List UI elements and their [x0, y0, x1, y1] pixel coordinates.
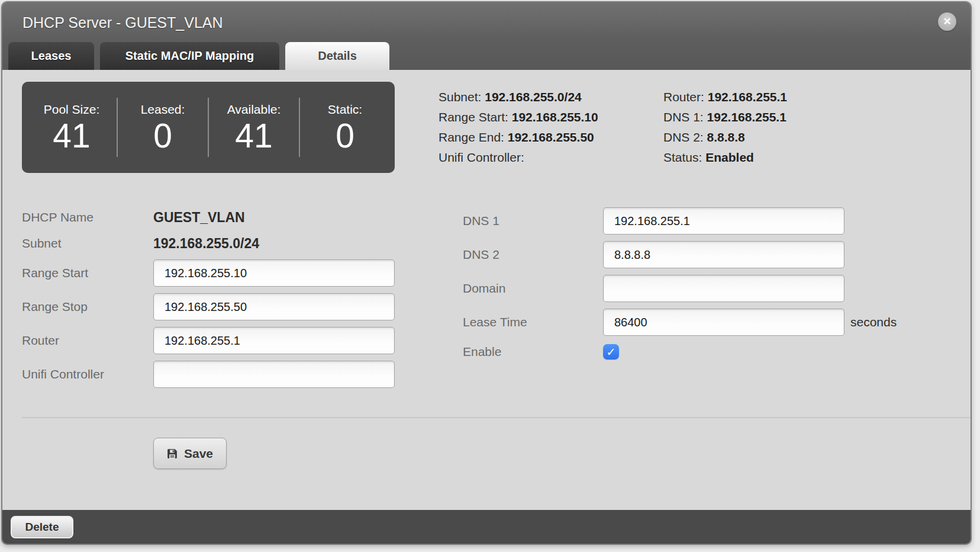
- save-row: Save: [22, 438, 951, 469]
- enable-label: Enable: [463, 345, 603, 359]
- dns2-row: DNS 2: [463, 241, 897, 268]
- summary-range-end: Range End: 192.168.255.50: [439, 127, 663, 147]
- lease-time-input[interactable]: [603, 309, 844, 336]
- pool-stats-panel: Pool Size: 41 Leased: 0 Available: 41 St…: [22, 82, 395, 173]
- summary-column-right: Router: 192.168.255.1 DNS 1: 192.168.255…: [663, 87, 787, 173]
- subnet-label: Subnet: [22, 236, 153, 251]
- checkbox-checked-icon: ✓: [607, 345, 616, 359]
- stat-pool-size-value: 41: [27, 119, 117, 153]
- lease-time-label: Lease Time: [463, 315, 603, 329]
- stat-pool-size-label: Pool Size:: [27, 102, 117, 117]
- summary-panel: Subnet: 192.168.255.0/24 Range Start: 19…: [439, 82, 787, 173]
- dialog-footer: Delete: [2, 510, 971, 544]
- summary-status: Status: Enabled: [663, 147, 787, 168]
- floppy-disk-icon: [167, 448, 178, 459]
- lease-time-row: Lease Time seconds: [463, 309, 897, 336]
- tab-details[interactable]: Details: [285, 42, 389, 70]
- summary-unifi-controller-label: Unifi Controller:: [439, 150, 524, 164]
- dhcp-form: DHCP Name GUEST_VLAN Subnet 192.168.255.…: [22, 207, 951, 394]
- form-column-right: DNS 1 DNS 2 Domain Lease Time seconds: [463, 207, 897, 394]
- form-divider: [22, 417, 971, 418]
- range-stop-label: Range Stop: [22, 300, 153, 314]
- dhcp-name-value: GUEST_VLAN: [153, 210, 245, 226]
- subnet-value: 192.168.255.0/24: [153, 236, 259, 252]
- tab-bar: Leases Static MAC/IP Mapping Details: [2, 42, 971, 70]
- unifi-controller-label: Unifi Controller: [22, 367, 153, 381]
- dns1-input[interactable]: [603, 207, 844, 235]
- summary-router-label: Router:: [663, 90, 704, 104]
- overview-section: Pool Size: 41 Leased: 0 Available: 41 St…: [22, 82, 951, 173]
- range-start-row: Range Start: [22, 259, 414, 287]
- summary-range-end-label: Range End:: [439, 130, 504, 144]
- dhcp-name-row: DHCP Name GUEST_VLAN: [22, 207, 414, 227]
- stat-available: Available: 41: [209, 102, 299, 153]
- summary-range-start: Range Start: 192.168.255.10: [439, 107, 663, 127]
- summary-dns1: DNS 1: 192.168.255.1: [663, 107, 787, 127]
- tab-leases[interactable]: Leases: [8, 42, 94, 70]
- summary-router: Router: 192.168.255.1: [663, 87, 787, 107]
- lease-time-suffix: seconds: [850, 315, 897, 329]
- router-row: Router: [22, 327, 414, 354]
- summary-dns1-value: 192.168.255.1: [707, 110, 786, 124]
- domain-label: Domain: [463, 281, 603, 296]
- save-button-label: Save: [184, 447, 213, 461]
- stat-leased-value: 0: [118, 119, 208, 153]
- domain-input[interactable]: [603, 275, 844, 302]
- form-column-left: DHCP Name GUEST_VLAN Subnet 192.168.255.…: [22, 207, 414, 394]
- summary-dns2-value: 8.8.8.8: [707, 130, 745, 144]
- unifi-controller-row: Unifi Controller: [22, 361, 414, 388]
- tab-static-mac-ip-mapping[interactable]: Static MAC/IP Mapping: [100, 42, 279, 70]
- subnet-row: Subnet 192.168.255.0/24: [22, 233, 414, 253]
- summary-dns1-label: DNS 1:: [663, 110, 704, 124]
- save-button[interactable]: Save: [153, 438, 227, 469]
- summary-range-start-label: Range Start:: [439, 110, 508, 124]
- delete-button[interactable]: Delete: [11, 516, 73, 538]
- stat-leased: Leased: 0: [118, 102, 208, 153]
- router-label: Router: [22, 333, 153, 348]
- summary-unifi-controller: Unifi Controller:: [439, 147, 663, 168]
- stat-static-label: Static:: [300, 102, 390, 117]
- range-stop-input[interactable]: [153, 293, 395, 320]
- dialog-body: Pool Size: 41 Leased: 0 Available: 41 St…: [2, 70, 971, 510]
- summary-status-value: Enabled: [705, 150, 754, 164]
- unifi-controller-input[interactable]: [153, 361, 395, 388]
- summary-subnet-value: 192.168.255.0/24: [485, 90, 582, 104]
- range-stop-row: Range Stop: [22, 293, 414, 320]
- dialog-title: DHCP Server - GUEST_VLAN: [2, 2, 971, 31]
- summary-subnet: Subnet: 192.168.255.0/24: [439, 87, 663, 107]
- stat-leased-label: Leased:: [118, 102, 208, 117]
- dns2-label: DNS 2: [463, 248, 603, 262]
- summary-dns2: DNS 2: 8.8.8.8: [663, 127, 787, 147]
- dns2-input[interactable]: [603, 241, 844, 268]
- domain-row: Domain: [463, 275, 897, 302]
- close-icon[interactable]: ✕: [938, 12, 956, 31]
- stat-available-value: 41: [209, 119, 299, 153]
- stat-pool-size: Pool Size: 41: [27, 102, 117, 153]
- summary-column-left: Subnet: 192.168.255.0/24 Range Start: 19…: [439, 87, 663, 173]
- router-input[interactable]: [153, 327, 395, 354]
- stat-static: Static: 0: [300, 102, 390, 153]
- dhcp-name-label: DHCP Name: [22, 210, 153, 224]
- dhcp-server-dialog: DHCP Server - GUEST_VLAN ✕ Leases Static…: [1, 1, 972, 545]
- range-start-label: Range Start: [22, 266, 153, 280]
- enable-row: Enable ✓: [463, 344, 897, 360]
- summary-range-end-value: 192.168.255.50: [508, 130, 594, 144]
- summary-status-label: Status:: [663, 150, 702, 164]
- summary-subnet-label: Subnet:: [439, 90, 481, 104]
- summary-range-start-value: 192.168.255.10: [512, 110, 598, 124]
- range-start-input[interactable]: [153, 259, 395, 287]
- summary-router-value: 192.168.255.1: [708, 90, 787, 104]
- stat-available-label: Available:: [209, 102, 299, 117]
- summary-dns2-label: DNS 2:: [663, 130, 704, 144]
- stat-static-value: 0: [300, 119, 390, 153]
- dns1-label: DNS 1: [463, 214, 603, 228]
- dialog-header: DHCP Server - GUEST_VLAN ✕ Leases Static…: [2, 2, 971, 70]
- dns1-row: DNS 1: [463, 207, 897, 235]
- enable-checkbox[interactable]: ✓: [603, 344, 619, 360]
